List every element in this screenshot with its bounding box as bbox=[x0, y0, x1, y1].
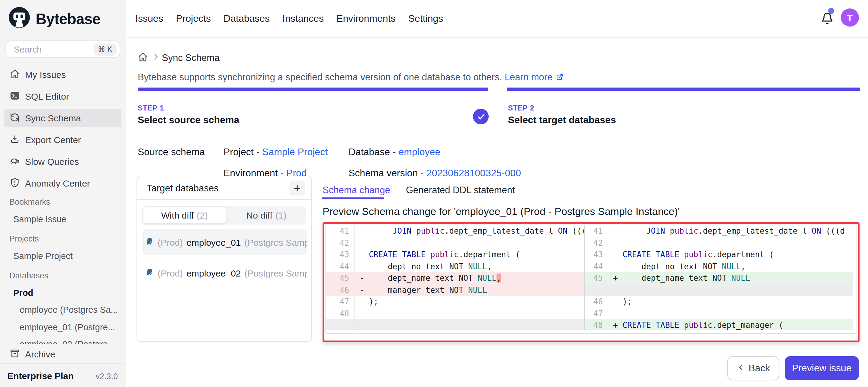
sidebar-item-export-center[interactable]: Export Center bbox=[4, 130, 121, 149]
postgres-icon bbox=[146, 268, 154, 278]
diff-row: 45+ dept_name text NOT NULL bbox=[585, 272, 857, 284]
step1-progress-bar bbox=[137, 88, 488, 91]
diff-row: 44 dept_no text NOT NULL, bbox=[585, 260, 857, 272]
sidebar-item-employee_01-postgre[interactable]: employee_01 (Postgre... bbox=[0, 319, 126, 336]
code-line: + CREATE TABLE public.dept_manager ( bbox=[608, 319, 857, 329]
sidebar-item-slow-queries[interactable]: Slow Queries bbox=[4, 152, 121, 171]
sidebar: Bytebase ⌘ K My IssuesSQL EditorSync Sch… bbox=[0, 0, 126, 387]
section-header-bookmarks: Bookmarks bbox=[0, 193, 126, 211]
sidebar-item-label: Anomaly Center bbox=[25, 178, 90, 188]
sidebar-item-sql-editor[interactable]: SQL Editor bbox=[4, 87, 121, 106]
breadcrumb-home-icon[interactable] bbox=[138, 52, 148, 65]
code-line bbox=[354, 319, 584, 329]
line-number bbox=[585, 284, 608, 296]
sidebar-item-my-issues[interactable]: My Issues bbox=[4, 65, 121, 84]
nav-items: IssuesProjectsDatabasesInstancesEnvironm… bbox=[135, 0, 443, 37]
db-name: employee_01 bbox=[186, 237, 241, 247]
line-number: 45 bbox=[585, 272, 608, 284]
nav-item-settings[interactable]: Settings bbox=[408, 13, 443, 24]
db-environment: (Prod) bbox=[158, 268, 183, 278]
chevron-left-icon bbox=[736, 362, 745, 374]
line-number: 45 bbox=[326, 272, 354, 284]
learn-more-link[interactable]: Learn more bbox=[505, 72, 553, 82]
horizontal-scrollbar-track[interactable] bbox=[326, 329, 857, 334]
shield-icon bbox=[9, 177, 20, 189]
app-window: Bytebase ⌘ K My IssuesSQL EditorSync Sch… bbox=[0, 0, 868, 387]
sidebar-item-anomaly-center[interactable]: Anomaly Center bbox=[4, 174, 121, 193]
line-number: 48 bbox=[585, 319, 608, 329]
diff-editor[interactable]: 41 JOIN public.dept_emp_latest_date l ON… bbox=[325, 225, 857, 334]
database-link[interactable]: employee bbox=[398, 147, 440, 157]
back-button[interactable]: Back bbox=[727, 356, 779, 380]
sync-icon bbox=[9, 112, 20, 124]
postgres-icon bbox=[146, 237, 154, 247]
notification-bell-icon[interactable] bbox=[821, 12, 834, 27]
tab-with-diff[interactable]: With diff (2) bbox=[143, 206, 226, 224]
line-number: 43 bbox=[326, 249, 354, 260]
sidebar-item-employee_02-postgre[interactable]: employee_02 (Postgre bbox=[0, 336, 126, 344]
schema-version-link[interactable]: 20230628100325-000 bbox=[427, 168, 521, 178]
tab-schema-change[interactable]: Schema change bbox=[322, 185, 390, 196]
target-panel-title: Target databases bbox=[147, 183, 219, 194]
breadcrumb-page-title: Sync Schema bbox=[162, 52, 220, 63]
search-input[interactable] bbox=[13, 41, 94, 58]
diff-row: 41 JOIN public.dept_emp_latest_date l ON… bbox=[585, 225, 857, 237]
sidebar-item-label: SQL Editor bbox=[25, 91, 69, 101]
breadcrumb-separator-icon bbox=[152, 53, 160, 63]
diff-row: 43 CREATE TABLE public.department ( bbox=[326, 249, 584, 260]
download-icon bbox=[9, 134, 20, 146]
sidebar-item-prod[interactable]: Prod bbox=[0, 284, 126, 301]
diff-row: 47 bbox=[585, 308, 857, 319]
target-db-row-employee_02[interactable]: (Prod)employee_02(Postgres Samp... bbox=[142, 260, 307, 286]
code-line: - manager text NOT NULL bbox=[354, 284, 584, 296]
nav-item-environments[interactable]: Environments bbox=[336, 13, 396, 24]
code-line: JOIN public.dept_emp_latest_date l ON ((… bbox=[608, 225, 857, 237]
sidebar-sections: BookmarksSample IssueProjectsSample Proj… bbox=[0, 193, 126, 344]
sidebar-item-sample-project[interactable]: Sample Project bbox=[0, 247, 126, 264]
nav-item-issues[interactable]: Issues bbox=[135, 13, 163, 24]
diff-row: 42 bbox=[585, 237, 857, 249]
brand[interactable]: Bytebase bbox=[8, 6, 100, 31]
tab-generated-ddl[interactable]: Generated DDL statement bbox=[406, 185, 515, 196]
external-link-icon[interactable] bbox=[555, 73, 564, 83]
line-number: 48 bbox=[326, 308, 354, 319]
nav-item-databases[interactable]: Databases bbox=[223, 13, 270, 24]
code-line: JOIN public.dept_emp_latest_date l ON ((… bbox=[354, 225, 584, 237]
target-db-row-employee_01[interactable]: (Prod)employee_01(Postgres Sampl... bbox=[142, 229, 307, 255]
sidebar-item-sync-schema[interactable]: Sync Schema bbox=[4, 109, 121, 127]
code-line: CREATE TABLE public.department ( bbox=[608, 249, 857, 260]
diff-row: 42 bbox=[326, 237, 584, 249]
plan-label: Enterprise Plan bbox=[7, 371, 74, 381]
diff-row bbox=[326, 319, 584, 329]
diff-row: 43 CREATE TABLE public.department ( bbox=[585, 249, 857, 260]
search-box[interactable]: ⌘ K bbox=[5, 40, 120, 58]
diff-row: 44 dept_no text NOT NULL, bbox=[326, 260, 584, 272]
preview-issue-button[interactable]: Preview issue bbox=[785, 356, 859, 380]
sidebar-menu: My IssuesSQL EditorSync SchemaExport Cen… bbox=[0, 65, 126, 196]
line-number: 42 bbox=[326, 237, 354, 249]
line-number: 47 bbox=[585, 308, 608, 319]
code-line: ); bbox=[608, 296, 857, 308]
nav-item-instances[interactable]: Instances bbox=[282, 13, 324, 24]
version-label: v2.3.0 bbox=[95, 372, 118, 381]
section-header-databases: Databases bbox=[0, 267, 126, 284]
project-link[interactable]: Sample Project bbox=[262, 147, 328, 157]
sidebar-item-employee-postgres-sa[interactable]: employee (Postgres Sa... bbox=[0, 301, 126, 319]
step2-label: STEP 2 bbox=[508, 104, 534, 112]
line-number: 44 bbox=[326, 260, 354, 272]
nav-item-projects[interactable]: Projects bbox=[176, 13, 211, 24]
sidebar-item-label: Sync Schema bbox=[25, 113, 81, 123]
code-line: dept_no text NOT NULL, bbox=[608, 260, 857, 272]
diff-row: 47 ); bbox=[326, 296, 584, 308]
add-target-database-button[interactable]: + bbox=[289, 181, 305, 196]
tab-no-diff[interactable]: No diff (1) bbox=[226, 206, 306, 225]
sidebar-item-sample-issue[interactable]: Sample Issue bbox=[0, 211, 126, 228]
code-line: - dept_name text NOT NULL, bbox=[354, 272, 584, 284]
vertical-scrollbar-gutter[interactable] bbox=[853, 225, 857, 329]
panel-divider bbox=[137, 199, 311, 199]
step1-done-check-icon bbox=[473, 109, 489, 124]
step1-label: STEP 1 bbox=[138, 104, 164, 112]
sidebar-item-archive[interactable]: Archive bbox=[0, 345, 126, 363]
avatar[interactable]: T bbox=[841, 8, 859, 27]
diff-row: 48 bbox=[326, 308, 584, 319]
